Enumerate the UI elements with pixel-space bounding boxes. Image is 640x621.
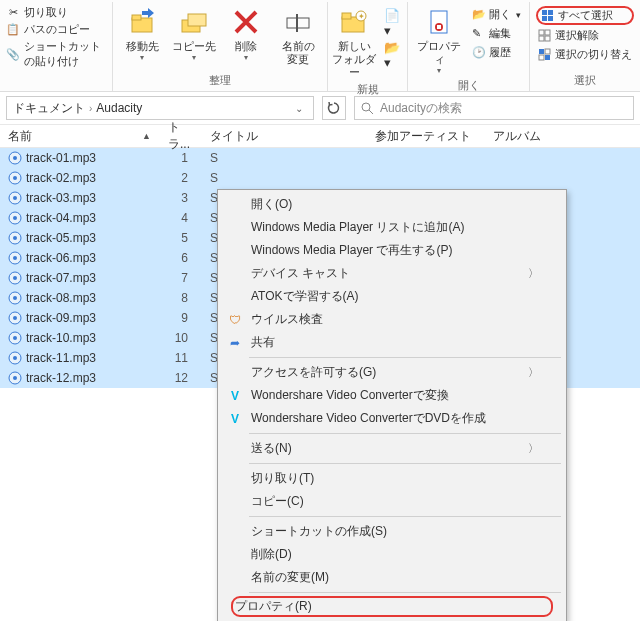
file-name: track-03.mp3 [26, 191, 96, 205]
copy-to-button[interactable]: コピー先 ▾ [171, 4, 217, 63]
wondershare-icon: V [227, 412, 243, 426]
move-to-button[interactable]: 移動先 ▾ [119, 4, 165, 63]
cut-label: 切り取り [24, 5, 68, 20]
wondershare-icon: V [227, 389, 243, 403]
audio-file-icon [8, 331, 22, 345]
cm-cast[interactable]: デバイス キャスト〉 [221, 262, 563, 285]
properties-button[interactable]: プロパティ ▾ [414, 4, 464, 76]
cm-share[interactable]: ➦共有 [221, 331, 563, 354]
file-name: track-07.mp3 [26, 271, 96, 285]
file-name: track-09.mp3 [26, 311, 96, 325]
file-name-cell: track-04.mp3 [0, 211, 160, 225]
column-title[interactable]: タイトル [202, 125, 367, 147]
select-none-button[interactable]: 選択解除 [536, 27, 634, 44]
easy-access-icon[interactable]: 📂▾ [384, 40, 405, 70]
svg-point-30 [13, 176, 17, 180]
delete-button[interactable]: 削除 ▾ [223, 4, 269, 63]
cm-copy[interactable]: コピー(C) [221, 490, 563, 513]
ribbon-group-organize: 移動先 ▾ コピー先 ▾ 削除 ▾ 名前の 変更 整理 [112, 2, 327, 91]
table-row[interactable]: track-01.mp31S [0, 148, 640, 168]
file-track: 9 [160, 311, 202, 325]
shield-icon: 🛡 [227, 313, 243, 327]
cm-properties[interactable]: プロパティ(R) [231, 596, 553, 617]
ribbon-group-select: すべて選択 選択解除 選択の切り替え 選択 [529, 2, 640, 91]
file-track: 6 [160, 251, 202, 265]
file-name-cell: track-02.mp3 [0, 171, 160, 185]
column-album[interactable]: アルバム [485, 125, 640, 147]
properties-label: プロパティ [414, 40, 464, 66]
file-name-cell: track-12.mp3 [0, 371, 160, 385]
invert-selection-button[interactable]: 選択の切り替え [536, 46, 634, 63]
column-name[interactable]: 名前▲ [0, 125, 160, 147]
svg-point-50 [13, 376, 17, 380]
table-row[interactable]: track-02.mp32S [0, 168, 640, 188]
new-item-icon[interactable]: 📄▾ [384, 8, 405, 38]
svg-point-28 [13, 156, 17, 160]
cm-wmp-play[interactable]: Windows Media Player で再生する(P) [221, 239, 563, 262]
svg-rect-15 [542, 16, 547, 21]
refresh-button[interactable] [322, 96, 346, 120]
svg-point-48 [13, 356, 17, 360]
history-button[interactable]: 🕑履歴 [470, 44, 523, 61]
svg-rect-19 [539, 36, 544, 41]
file-track: 7 [160, 271, 202, 285]
svg-rect-16 [548, 16, 553, 21]
breadcrumb-seg[interactable]: ドキュメント [13, 100, 85, 117]
paste-shortcut-button[interactable]: 📎 ショートカットの貼り付け [4, 38, 108, 70]
cm-open[interactable]: 開く(O) [221, 193, 563, 216]
audio-file-icon [8, 291, 22, 305]
cm-shortcut[interactable]: ショートカットの作成(S) [221, 520, 563, 543]
chevron-down-icon: ▾ [244, 53, 248, 63]
chevron-down-icon: ▾ [437, 66, 441, 76]
svg-point-44 [13, 316, 17, 320]
file-name: track-12.mp3 [26, 371, 96, 385]
rename-button[interactable]: 名前の 変更 [275, 4, 321, 66]
breadcrumb-dropdown[interactable]: ⌄ [291, 103, 307, 114]
path-icon: 📋 [6, 23, 20, 36]
cm-access[interactable]: アクセスを許可する(G)〉 [221, 361, 563, 384]
edit-button[interactable]: ✎編集 [470, 25, 523, 42]
cm-wmp-add[interactable]: Windows Media Player リストに追加(A) [221, 216, 563, 239]
svg-rect-7 [342, 13, 351, 19]
cm-atok[interactable]: ATOKで学習する(A) [221, 285, 563, 308]
cm-ws-convert[interactable]: VWondershare Video Converterで変換 [221, 384, 563, 407]
audio-file-icon [8, 311, 22, 325]
file-track: 11 [160, 351, 202, 365]
column-track[interactable]: トラ... [160, 125, 202, 147]
cm-ws-dvd[interactable]: VWondershare Video ConverterでDVDを作成 [221, 407, 563, 430]
svg-point-34 [13, 216, 17, 220]
cm-send-to[interactable]: 送る(N)〉 [221, 437, 563, 460]
copy-path-label: パスのコピー [24, 22, 90, 37]
ribbon-group-new: ✦ 新しい フォルダー 📄▾ 📂▾ 新規 [327, 2, 407, 91]
file-name: track-02.mp3 [26, 171, 96, 185]
file-track: 8 [160, 291, 202, 305]
cm-virus[interactable]: 🛡ウイルス検査 [221, 308, 563, 331]
paste-shortcut-label: ショートカットの貼り付け [24, 39, 106, 69]
cm-delete[interactable]: 削除(D) [221, 543, 563, 566]
audio-file-icon [8, 211, 22, 225]
open-button[interactable]: 📂開く▾ [470, 6, 523, 23]
new-folder-button[interactable]: ✦ 新しい フォルダー [331, 4, 378, 80]
svg-point-40 [13, 276, 17, 280]
copy-path-button[interactable]: 📋 パスのコピー [4, 21, 108, 38]
file-name: track-05.mp3 [26, 231, 96, 245]
audio-file-icon [8, 151, 22, 165]
cm-rename[interactable]: 名前の変更(M) [221, 566, 563, 589]
file-name: track-06.mp3 [26, 251, 96, 265]
breadcrumb[interactable]: ドキュメント › Audacity ⌄ [6, 96, 314, 120]
breadcrumb-seg[interactable]: Audacity [96, 101, 142, 115]
open-group-label: 開く [414, 76, 523, 96]
audio-file-icon [8, 191, 22, 205]
chevron-right-icon[interactable]: › [89, 103, 92, 114]
select-all-button[interactable]: すべて選択 [536, 6, 634, 25]
cut-button[interactable]: ✂ 切り取り [4, 4, 108, 21]
file-track: 12 [160, 371, 202, 385]
svg-rect-24 [545, 55, 550, 60]
svg-rect-23 [539, 55, 544, 60]
column-artist[interactable]: 参加アーティスト [367, 125, 485, 147]
cm-cut[interactable]: 切り取り(T) [221, 467, 563, 490]
file-name-cell: track-08.mp3 [0, 291, 160, 305]
search-input[interactable]: Audacityの検索 [354, 96, 634, 120]
file-title: S [202, 151, 367, 165]
chevron-right-icon: 〉 [528, 266, 539, 281]
